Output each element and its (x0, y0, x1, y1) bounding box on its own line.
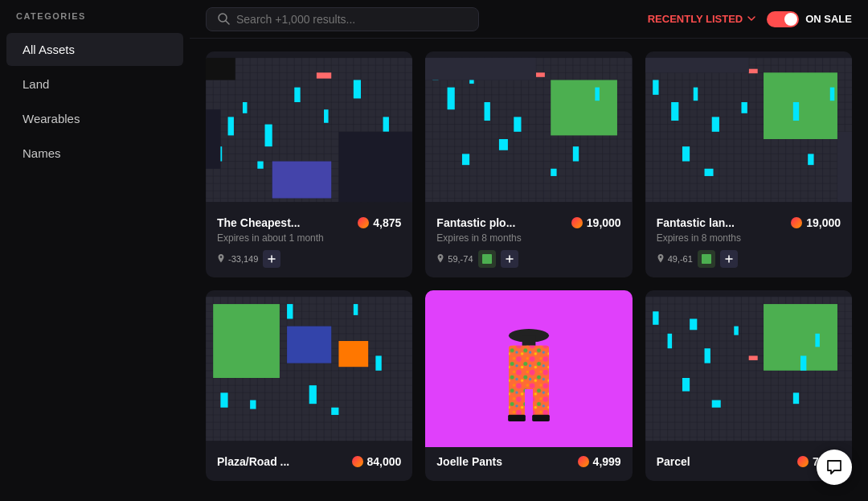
svg-rect-264 (533, 385, 549, 417)
svg-rect-122 (462, 154, 469, 165)
svg-rect-179 (653, 80, 658, 94)
svg-rect-326 (800, 355, 806, 370)
mana-icon (791, 217, 802, 228)
topbar-right: RECENTLY LISTED ON SALE (648, 11, 852, 27)
svg-rect-243 (338, 341, 368, 367)
coord-tag: 49,-61 (657, 254, 693, 265)
svg-rect-120 (514, 117, 522, 131)
tag-badge-green (478, 250, 496, 268)
coord-tag: -33,149 (217, 254, 258, 265)
sidebar-header: CATEGORIES (0, 0, 190, 32)
card-title: The Cheapest... (217, 216, 300, 229)
card-expiry: Expires in 8 months (436, 232, 620, 244)
search-box[interactable] (206, 7, 479, 31)
on-sale-label: ON SALE (805, 13, 852, 25)
card-card-3[interactable]: Fantastic lan... 19,000Expires in 8 mont… (645, 51, 852, 277)
svg-rect-246 (354, 304, 358, 315)
svg-rect-254 (509, 345, 549, 388)
card-expiry: Expires in about 1 month (217, 232, 401, 244)
svg-rect-262 (508, 414, 526, 421)
card-image-card-3 (645, 51, 852, 208)
card-card-1[interactable]: The Cheapest... 4,875Expires in about 1 … (206, 51, 412, 277)
recently-listed-label: RECENTLY LISTED (648, 13, 743, 25)
card-price: 84,000 (352, 455, 402, 468)
toggle-track[interactable] (767, 11, 799, 27)
tag-badge-road (720, 250, 738, 268)
mana-icon (578, 456, 589, 467)
tag-badge-road (501, 250, 518, 268)
svg-rect-114 (551, 80, 618, 135)
svg-rect-183 (741, 102, 747, 113)
card-price: 19,000 (571, 216, 621, 229)
sidebar: CATEGORIES All AssetsLandWearablesNames (0, 0, 190, 501)
svg-rect-185 (808, 154, 813, 165)
coord-tag: 59,-74 (436, 254, 473, 265)
svg-rect-57 (294, 88, 300, 102)
svg-rect-316 (748, 355, 757, 360)
svg-rect-241 (213, 304, 280, 378)
svg-rect-318 (667, 334, 672, 348)
svg-rect-247 (375, 355, 381, 370)
sidebar-item-wearables[interactable]: Wearables (6, 102, 183, 135)
svg-rect-115 (536, 72, 545, 77)
svg-rect-55 (243, 102, 248, 113)
card-info-card-3: Fantastic lan... 19,000Expires in 8 mont… (645, 208, 852, 277)
card-image-card-5 (425, 290, 632, 447)
svg-rect-58 (324, 109, 329, 123)
svg-rect-182 (711, 117, 719, 131)
svg-rect-261 (509, 385, 525, 417)
sidebar-item-all-assets[interactable]: All Assets (6, 33, 183, 66)
location-icon (217, 254, 225, 265)
svg-rect-188 (829, 88, 834, 101)
card-card-4[interactable]: Plaza/Road ... 84,000 (206, 290, 412, 481)
card-info-card-4: Plaza/Road ... 84,000 (206, 447, 412, 481)
card-price: 4,999 (578, 455, 621, 468)
mana-icon (571, 217, 583, 228)
sidebar-item-land[interactable]: Land (6, 68, 183, 101)
svg-rect-121 (573, 146, 579, 161)
svg-rect-186 (704, 169, 713, 176)
svg-rect-191 (702, 254, 711, 264)
tag-badge-green (698, 250, 715, 268)
svg-rect-321 (734, 326, 739, 335)
card-info-card-2: Fantastic plo... 19,000Expires in 8 mont… (425, 208, 632, 277)
svg-rect-249 (250, 400, 256, 409)
svg-rect-190 (837, 132, 852, 202)
sidebar-item-names[interactable]: Names (6, 137, 183, 170)
svg-rect-52 (206, 58, 235, 80)
card-price: 4,875 (358, 216, 401, 229)
svg-rect-322 (792, 392, 798, 404)
search-icon (218, 13, 230, 25)
svg-line-1 (226, 21, 229, 24)
card-card-2[interactable]: Fantastic plo... 19,000Expires in 8 mont… (425, 51, 632, 277)
card-title: Fantastic lan... (657, 216, 735, 229)
svg-rect-252 (522, 335, 536, 346)
location-icon (436, 254, 444, 265)
svg-rect-123 (596, 88, 600, 101)
card-card-6[interactable]: Parcel 7,000 (645, 290, 852, 481)
svg-rect-324 (815, 334, 820, 347)
svg-rect-64 (338, 132, 412, 202)
svg-rect-250 (331, 408, 338, 415)
svg-rect-248 (220, 392, 227, 407)
chat-button[interactable] (817, 450, 852, 485)
search-input[interactable] (236, 13, 467, 26)
mana-icon (797, 456, 809, 467)
wearable-svg (489, 313, 569, 425)
card-card-5[interactable]: Joelle Pants 4,999 (425, 290, 632, 481)
tag-badge-road (263, 250, 280, 268)
svg-rect-187 (792, 102, 798, 121)
card-image-card-2 (425, 51, 632, 208)
svg-rect-56 (265, 125, 272, 147)
svg-rect-119 (485, 102, 490, 121)
on-sale-toggle[interactable]: ON SALE (767, 11, 852, 27)
svg-rect-62 (257, 162, 263, 169)
mana-icon (352, 456, 363, 467)
svg-rect-317 (653, 311, 658, 325)
card-price: 19,000 (791, 216, 841, 229)
recently-listed-filter[interactable]: RECENTLY LISTED (648, 13, 755, 25)
svg-rect-325 (711, 400, 720, 408)
svg-rect-177 (764, 72, 837, 139)
card-image-card-6 (645, 290, 852, 447)
svg-rect-60 (383, 117, 389, 131)
